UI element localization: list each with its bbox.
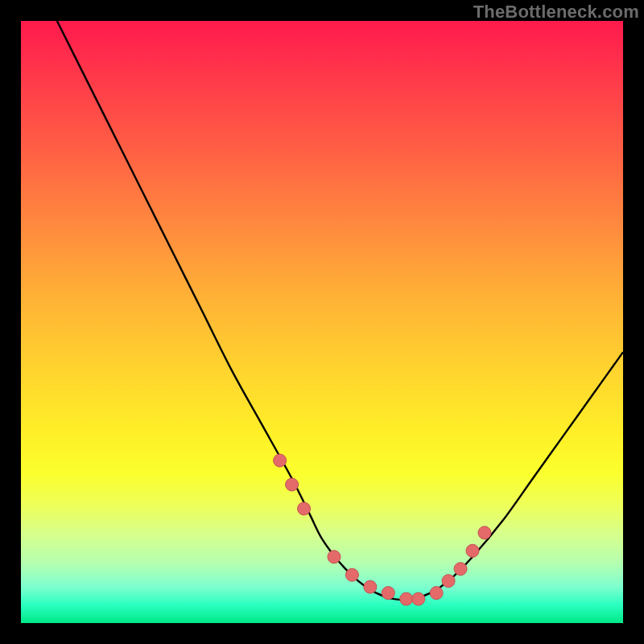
marker-dot [430,587,443,600]
bottleneck-curve [57,21,623,600]
marker-dot [466,544,479,557]
marker-dot [382,587,394,600]
marker-group [274,454,491,605]
marker-dot [478,526,491,539]
marker-dot [454,563,467,576]
plot-area [21,21,623,623]
marker-dot [400,592,413,605]
marker-dot [442,575,455,588]
marker-dot [298,502,311,515]
marker-dot [286,478,299,491]
chart-frame: TheBottleneck.com [0,0,644,644]
marker-dot [328,551,341,564]
marker-dot [274,454,287,467]
chart-svg [21,21,623,623]
watermark-label: TheBottleneck.com [473,2,639,23]
marker-dot [412,592,425,605]
marker-dot [364,580,377,593]
marker-dot [345,568,358,581]
